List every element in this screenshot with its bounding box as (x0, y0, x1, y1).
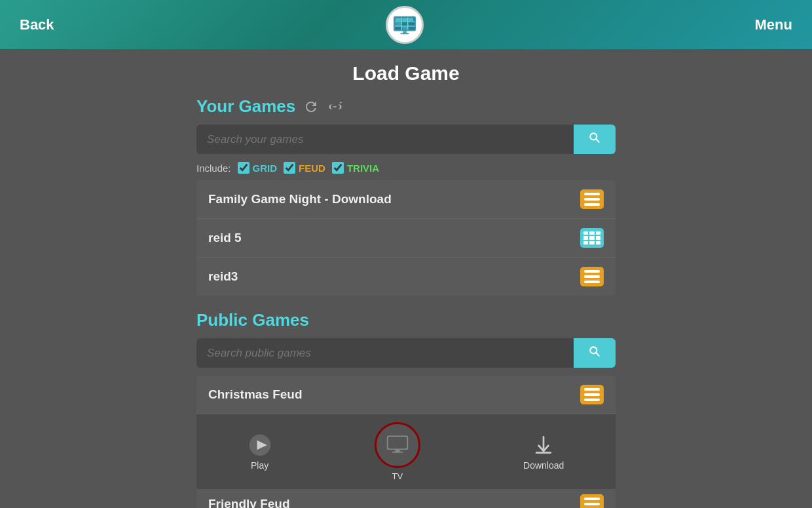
tv-label: TV (392, 471, 403, 481)
your-games-list: Family Game Night - Download reid 5 reid… (196, 180, 616, 296)
tv-button-container[interactable]: TV (375, 422, 420, 481)
game-name: Family Game Night - Download (208, 192, 392, 206)
app-logo (386, 6, 424, 44)
feud-type-icon (580, 494, 604, 509)
link-button[interactable]: + (327, 99, 344, 115)
play-icon (248, 433, 272, 457)
svg-rect-9 (395, 22, 401, 26)
play-button[interactable]: Play (248, 433, 272, 471)
logo-icon (392, 12, 417, 37)
filter-trivia-label[interactable]: TRIVIA (332, 162, 379, 174)
public-games-section: Public Games Christmas Feud (196, 310, 616, 508)
filter-trivia-checkbox[interactable] (332, 162, 344, 174)
svg-rect-12 (400, 33, 409, 34)
refresh-icon (303, 99, 319, 115)
svg-rect-23 (392, 452, 403, 453)
download-label: Download (523, 460, 564, 471)
grid-type-icon (580, 228, 604, 248)
public-games-search-input[interactable] (196, 338, 574, 368)
svg-line-17 (596, 353, 599, 356)
filter-feud-checkbox[interactable] (284, 162, 295, 174)
tv-button[interactable] (375, 422, 420, 468)
your-games-search-input[interactable] (196, 125, 574, 154)
search-icon (588, 345, 601, 358)
feud-type-icon (580, 189, 604, 209)
public-games-search-row (196, 338, 616, 368)
include-label: Include: (196, 163, 231, 174)
svg-text:+: + (339, 100, 342, 106)
filter-feud-label[interactable]: FEUD (284, 162, 325, 174)
your-games-title: Your Games (196, 96, 295, 117)
page-title: Load Game (196, 62, 616, 85)
include-filters-row: Include: GRID FEUD TRIVIA (196, 162, 616, 174)
game-item-friendly-feud[interactable]: Friendly Feud (196, 489, 616, 508)
search-icon (588, 131, 601, 144)
feud-type-icon (580, 385, 604, 404)
download-icon (532, 433, 555, 457)
svg-rect-21 (388, 437, 407, 448)
back-button[interactable]: Back (20, 16, 54, 33)
header: Back Menu (0, 0, 812, 49)
your-games-header: Your Games + (196, 96, 616, 117)
game-name: reid3 (208, 269, 238, 284)
svg-rect-6 (395, 18, 401, 21)
svg-rect-10 (402, 26, 407, 29)
game-item-family-game-night[interactable]: Family Game Night - Download (196, 180, 616, 219)
public-games-header: Public Games (196, 310, 616, 330)
link-add-icon: + (327, 99, 344, 115)
feud-type-icon (580, 267, 604, 286)
filter-grid-text: GRID (253, 163, 278, 174)
game-item-christmas-feud[interactable]: Christmas Feud (196, 376, 616, 414)
public-games-title: Public Games (196, 310, 309, 330)
your-games-search-button[interactable] (574, 125, 616, 154)
game-name: Christmas Feud (208, 387, 303, 402)
your-games-search-row (196, 125, 616, 154)
christmas-feud-action-bar: Play TV (196, 414, 616, 489)
game-item-reid5[interactable]: reid 5 (196, 219, 616, 258)
game-item-reid3[interactable]: reid3 (196, 258, 616, 296)
menu-button[interactable]: Menu (755, 16, 792, 33)
main-content: Load Game Your Games + Include (0, 49, 812, 508)
tv-icon (386, 433, 409, 457)
public-games-search-button[interactable] (574, 338, 616, 368)
filter-grid-label[interactable]: GRID (238, 162, 278, 174)
play-label: Play (251, 460, 268, 471)
svg-rect-7 (402, 18, 407, 21)
refresh-button[interactable] (303, 99, 319, 115)
filter-trivia-text: TRIVIA (347, 163, 379, 174)
public-games-list: Christmas Feud Play (196, 376, 616, 508)
svg-line-15 (596, 139, 599, 142)
download-button[interactable]: Download (523, 433, 564, 471)
svg-rect-8 (408, 18, 413, 21)
filter-grid-checkbox[interactable] (238, 162, 249, 174)
game-name: reid 5 (208, 231, 242, 245)
filter-feud-text: FEUD (299, 163, 325, 174)
game-name: Friendly Feud (208, 497, 290, 509)
